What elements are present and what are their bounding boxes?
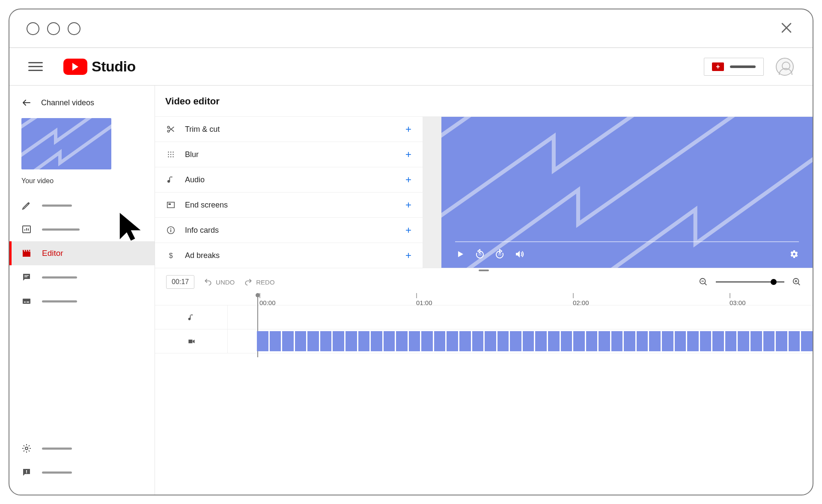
svg-point-9	[173, 151, 173, 152]
tool-label: End screens	[185, 201, 228, 210]
sidebar: Channel videos Your video	[9, 86, 155, 495]
feedback-icon	[21, 467, 32, 477]
video-track[interactable]	[155, 329, 813, 353]
sidebar-item-analytics[interactable]	[9, 217, 155, 241]
brand[interactable]: Studio	[63, 58, 136, 75]
resize-handle[interactable]	[155, 268, 813, 273]
player-controls: 10 10	[455, 249, 799, 259]
sidebar-item-details[interactable]	[9, 193, 155, 217]
plus-icon[interactable]: +	[405, 224, 411, 236]
camera-plus-icon	[712, 62, 724, 71]
nav-label: Editor	[42, 249, 63, 258]
window-traffic-lights	[27, 22, 80, 35]
music-note-icon	[155, 305, 228, 329]
traffic-light-dot[interactable]	[68, 22, 80, 35]
timeline: 00:17 UNDO REDO	[155, 268, 813, 353]
svg-point-10	[168, 154, 169, 155]
info-icon	[166, 225, 176, 235]
sidebar-item-settings[interactable]	[9, 436, 155, 460]
tool-label: Ad breaks	[185, 251, 220, 260]
end-screen-icon	[166, 200, 176, 210]
player-settings-icon[interactable]	[789, 249, 799, 259]
scissors-icon	[166, 125, 176, 134]
youtube-play-icon	[63, 59, 87, 75]
forward-10-icon[interactable]: 10	[494, 249, 505, 259]
close-icon[interactable]	[779, 21, 794, 37]
svg-point-13	[168, 156, 169, 157]
plus-icon[interactable]: +	[405, 148, 411, 160]
zoom-in-icon[interactable]	[792, 277, 801, 287]
svg-point-12	[173, 154, 173, 155]
plus-icon[interactable]: +	[405, 199, 411, 211]
video-camera-icon	[155, 329, 228, 353]
tool-label: Info cards	[185, 226, 219, 235]
svg-point-2	[25, 447, 28, 450]
svg-text:10: 10	[498, 253, 501, 256]
create-label-placeholder	[730, 65, 756, 68]
video-thumbnail[interactable]	[21, 118, 111, 169]
main: Video editor Trim & cut + Blur +	[155, 86, 813, 495]
gutter	[423, 117, 441, 268]
progress-bar[interactable]	[455, 241, 799, 242]
undo-label: UNDO	[216, 279, 235, 286]
timeline-ruler[interactable]: 00:00 01:00 02:00 03:00	[155, 293, 813, 305]
svg-point-14	[170, 156, 171, 157]
tool-trim-cut[interactable]: Trim & cut +	[155, 117, 423, 142]
zoom-out-icon[interactable]	[699, 277, 708, 287]
account-avatar[interactable]	[776, 58, 794, 76]
nav-label-placeholder	[42, 205, 72, 207]
undo-button[interactable]: UNDO	[204, 278, 235, 286]
tool-label: Blur	[185, 150, 199, 159]
blur-icon	[166, 150, 176, 159]
back-link[interactable]: Channel videos	[9, 94, 155, 116]
sidebar-item-feedback[interactable]	[9, 460, 155, 484]
ruler-tick: 01:00	[416, 293, 432, 306]
sidebar-item-editor[interactable]: Editor	[9, 241, 155, 265]
plus-icon[interactable]: +	[405, 174, 411, 186]
play-icon[interactable]	[455, 249, 465, 259]
section-caption: Your video	[9, 175, 155, 193]
brand-text: Studio	[92, 58, 136, 75]
comment-icon	[21, 272, 32, 282]
svg-rect-17	[169, 203, 171, 205]
plus-icon[interactable]: +	[405, 249, 411, 261]
traffic-light-dot[interactable]	[27, 22, 39, 35]
app-bar: Studio	[9, 48, 813, 86]
svg-rect-4	[26, 472, 27, 473]
traffic-light-dot[interactable]	[47, 22, 60, 35]
tool-blur[interactable]: Blur +	[155, 142, 423, 167]
rewind-10-icon[interactable]: 10	[475, 249, 485, 259]
tools-list: Trim & cut + Blur + Audio +	[155, 117, 423, 268]
create-button[interactable]	[704, 58, 764, 76]
zoom-slider[interactable]	[716, 282, 784, 282]
nav-label-placeholder	[42, 276, 77, 279]
video-preview[interactable]: 10 10	[441, 117, 813, 268]
ruler-tick: 03:00	[730, 293, 746, 306]
redo-button[interactable]: REDO	[244, 278, 274, 286]
tool-label: Trim & cut	[185, 125, 220, 134]
audio-track[interactable]	[155, 305, 813, 329]
svg-rect-19	[170, 229, 171, 232]
arrow-left-icon	[21, 98, 32, 108]
svg-point-11	[170, 154, 171, 155]
volume-icon[interactable]	[514, 249, 524, 259]
svg-rect-20	[170, 228, 171, 229]
svg-rect-1	[23, 299, 30, 304]
timestamp-input[interactable]: 00:17	[166, 275, 194, 289]
tool-audio[interactable]: Audio +	[155, 167, 423, 193]
pencil-icon	[21, 200, 32, 210]
tool-ad-breaks[interactable]: $ Ad breaks +	[155, 243, 423, 268]
video-clip[interactable]	[257, 331, 813, 351]
page-title: Video editor	[155, 86, 813, 117]
nav-label-placeholder	[42, 228, 80, 231]
window-chrome	[9, 9, 813, 48]
hamburger-icon[interactable]	[28, 62, 43, 71]
tool-end-screens[interactable]: End screens +	[155, 193, 423, 218]
gear-icon	[21, 443, 32, 454]
plus-icon[interactable]: +	[405, 123, 411, 135]
sidebar-item-subtitles[interactable]	[9, 289, 155, 313]
analytics-icon	[21, 224, 32, 234]
back-label: Channel videos	[41, 98, 94, 107]
sidebar-item-comments[interactable]	[9, 265, 155, 289]
tool-info-cards[interactable]: Info cards +	[155, 218, 423, 243]
